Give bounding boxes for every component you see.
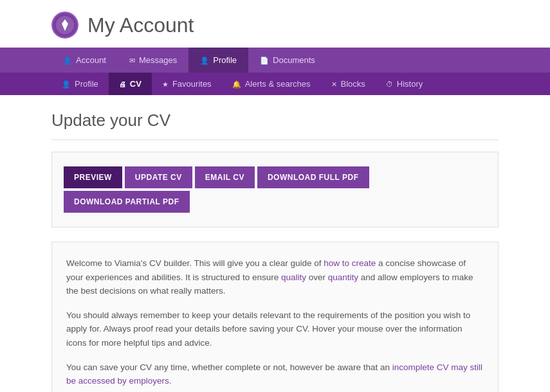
subnav-blocks-icon	[331, 79, 337, 89]
main-content: Update your CV PREVIEW UPDATE CV EMAIL C…	[0, 95, 550, 392]
subnav-cv-icon	[119, 79, 126, 89]
info-box: Welcome to Viamia's CV builder. This wil…	[51, 242, 499, 392]
page-title-heading: My Account	[87, 13, 194, 37]
page-wrapper: My Account Account Messages Profile Docu…	[0, 0, 550, 392]
nav-documents[interactable]: Documents	[248, 48, 327, 73]
highlight-3: quantity	[328, 272, 358, 282]
highlight-2: quality	[281, 272, 306, 282]
nav-profile[interactable]: Profile	[188, 48, 248, 73]
header: My Account	[0, 0, 550, 48]
subnav-favourites[interactable]: Favourites	[152, 73, 222, 95]
account-icon	[63, 55, 72, 65]
subnav-history[interactable]: History	[376, 73, 433, 95]
profile-icon	[200, 55, 209, 65]
messages-icon	[129, 55, 135, 65]
nav-account[interactable]: Account	[51, 48, 118, 73]
info-paragraph-2: You should always remember to keep your …	[66, 308, 484, 350]
nav-messages[interactable]: Messages	[118, 48, 188, 73]
preview-button[interactable]: PREVIEW	[64, 166, 122, 188]
info-paragraph-3: You can save your CV any time, whether c…	[66, 361, 484, 388]
email-cv-button[interactable]: EMAIL CV	[195, 166, 255, 188]
subnav-alerts[interactable]: Alerts & searches	[222, 73, 321, 95]
subnav-profile[interactable]: Profile	[51, 73, 109, 95]
subnav-cv[interactable]: CV	[109, 73, 152, 95]
subnav-alerts-icon	[232, 79, 241, 89]
update-cv-button[interactable]: UPDATE CV	[125, 166, 192, 188]
download-full-pdf-button[interactable]: DOWNLOAD FULL PDF	[257, 166, 369, 188]
documents-icon	[260, 55, 269, 65]
download-partial-pdf-button[interactable]: DOWNLOAD PARTIAL PDF	[64, 191, 190, 213]
primary-nav: Account Messages Profile Documents	[0, 48, 550, 73]
info-paragraph-1: Welcome to Viamia's CV builder. This wil…	[66, 256, 484, 298]
secondary-nav: Profile CV Favourites Alerts & searches …	[0, 73, 550, 95]
cv-buttons-bar: PREVIEW UPDATE CV EMAIL CV DOWNLOAD FULL…	[51, 152, 499, 227]
cv-page-heading: Update your CV	[51, 111, 499, 140]
subnav-profile-icon	[62, 79, 71, 89]
subnav-blocks[interactable]: Blocks	[321, 73, 376, 95]
highlight-1: how to create	[324, 258, 376, 268]
logo-icon	[51, 12, 78, 39]
subnav-history-icon	[386, 79, 393, 89]
subnav-favourites-icon	[162, 79, 169, 89]
highlight-4: incomplete CV may still be accessed by e…	[66, 362, 482, 386]
